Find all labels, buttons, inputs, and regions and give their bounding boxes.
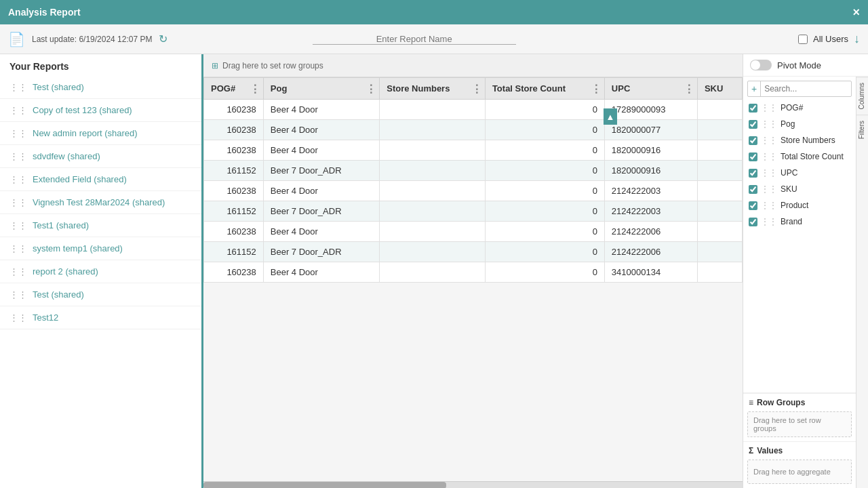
- sidebar-item[interactable]: ⋮⋮Test12: [0, 306, 201, 329]
- column-search-input[interactable]: [761, 82, 851, 96]
- column-item[interactable]: ⋮⋮ Store Numbers: [743, 132, 856, 148]
- table-cell: Beer 7 Door_ADR: [263, 242, 379, 262]
- sidebar-title: Your Reports: [0, 54, 201, 76]
- last-update-text: Last update: 6/19/2024 12:07 PM: [32, 35, 152, 44]
- all-users-checkbox[interactable]: [798, 35, 808, 44]
- table-cell: [380, 181, 486, 201]
- table-wrapper[interactable]: POG#⋮Pog⋮Store Numbers⋮Total Store Count…: [203, 77, 743, 481]
- column-item[interactable]: ⋮⋮ UPC: [743, 165, 856, 181]
- refresh-icon[interactable]: ↻: [159, 33, 167, 45]
- column-label: Pog: [781, 119, 795, 129]
- column-item[interactable]: ⋮⋮ Total Store Count: [743, 148, 856, 165]
- column-checkbox[interactable]: [749, 185, 757, 194]
- table-column-header: SKU: [697, 78, 742, 100]
- column-checkbox[interactable]: [749, 201, 757, 210]
- row-groups-icon: ⊞: [212, 61, 218, 70]
- column-label: SKU: [781, 184, 797, 194]
- values-section-icon: Σ: [749, 446, 753, 455]
- header-bar: 📄 Last update: 6/19/2024 12:07 PM ↻ All …: [0, 24, 868, 54]
- column-menu-icon[interactable]: ⋮: [250, 82, 260, 95]
- table-cell: Beer 7 Door_ADR: [263, 161, 379, 181]
- sidebar-item-label: Test1 (shared): [33, 220, 89, 230]
- table-row: 160238Beer 4 Door01820000077: [204, 120, 743, 140]
- column-menu-icon[interactable]: ⋮: [366, 82, 376, 95]
- sidebar-item[interactable]: ⋮⋮Extended Field (shared): [0, 168, 201, 191]
- tab-filters[interactable]: Filters: [856, 115, 868, 144]
- table-cell: 0: [485, 242, 604, 262]
- sidebar-item[interactable]: ⋮⋮Test1 (shared): [0, 214, 201, 237]
- table-cell: 0: [485, 201, 604, 222]
- right-panel-content: + ⋮⋮ POG# ⋮⋮ Pog ⋮⋮ Store Numbers ⋮⋮ Tot…: [743, 77, 856, 488]
- table-cell: [380, 242, 486, 262]
- sidebar-items-list: ⋮⋮Test (shared)⋮⋮Copy of test 123 (share…: [0, 76, 201, 329]
- table-cell: 2124222006: [604, 242, 697, 262]
- tab-columns[interactable]: Columns: [856, 77, 868, 115]
- sidebar-item-label: Vignesh Test 28Mar2024 (shared): [33, 197, 165, 207]
- col-drag-icon: ⋮⋮: [761, 136, 777, 145]
- sidebar-item[interactable]: ⋮⋮report 2 (shared): [0, 260, 201, 283]
- table-cell: [380, 100, 486, 120]
- sidebar-item-label: report 2 (shared): [33, 266, 98, 277]
- sidebar-item[interactable]: ⋮⋮Copy of test 123 (shared): [0, 99, 201, 122]
- table-cell: [697, 262, 742, 283]
- col-drag-icon: ⋮⋮: [761, 184, 777, 194]
- report-name-input[interactable]: [313, 34, 516, 45]
- table-row: 161152Beer 7 Door_ADR01820000916: [204, 161, 743, 181]
- horizontal-scrollbar[interactable]: [203, 481, 743, 488]
- column-item[interactable]: ⋮⋮ POG#: [743, 100, 856, 116]
- column-label: Product: [781, 201, 808, 210]
- column-checkbox[interactable]: [749, 104, 757, 113]
- col-drag-icon: ⋮⋮: [761, 152, 777, 161]
- table-column-header: POG#⋮: [204, 78, 264, 100]
- row-groups-section-label: Row Groups: [757, 398, 805, 407]
- column-menu-icon[interactable]: ⋮: [591, 82, 601, 95]
- columns-section: ⋮⋮ POG# ⋮⋮ Pog ⋮⋮ Store Numbers ⋮⋮ Total…: [743, 100, 856, 393]
- column-menu-icon[interactable]: ⋮: [684, 82, 694, 95]
- table-cell: 0: [485, 100, 604, 120]
- sidebar-item[interactable]: ⋮⋮Test (shared): [0, 283, 201, 306]
- column-menu-icon[interactable]: ⋮: [471, 82, 482, 95]
- sidebar-item[interactable]: ⋮⋮New admin report (shared): [0, 122, 201, 145]
- download-icon[interactable]: ↓: [854, 32, 860, 46]
- column-item[interactable]: ⋮⋮ SKU: [743, 181, 856, 197]
- content-area: ▲ ⊞ Drag here to set row groups POG#⋮Pog…: [203, 54, 743, 488]
- header-right: All Users ↓: [798, 32, 860, 46]
- column-checkbox[interactable]: [749, 120, 757, 129]
- table-cell: 160238: [204, 262, 264, 283]
- right-panel-inner: + ⋮⋮ POG# ⋮⋮ Pog ⋮⋮ Store Numbers ⋮⋮ Tot…: [743, 77, 868, 488]
- drag-icon: ⋮⋮: [9, 289, 27, 300]
- column-checkbox[interactable]: [749, 136, 757, 145]
- table-cell: Beer 4 Door: [263, 140, 379, 161]
- close-button[interactable]: ×: [852, 5, 860, 20]
- sidebar-item[interactable]: ⋮⋮sdvdfew (shared): [0, 145, 201, 168]
- table-cell: 161152: [204, 161, 264, 181]
- table-column-header: Total Store Count⋮: [485, 78, 604, 100]
- sidebar-item[interactable]: ⋮⋮Vignesh Test 28Mar2024 (shared): [0, 191, 201, 214]
- column-item[interactable]: ⋮⋮ Pog: [743, 116, 856, 132]
- table-cell: [697, 161, 742, 181]
- row-groups-drop-zone[interactable]: Drag here to set row groups: [747, 411, 852, 437]
- sidebar-item-label: Test12: [33, 312, 58, 323]
- values-drop-zone[interactable]: Drag here to aggregate: [747, 460, 852, 484]
- table-cell: 160238: [204, 140, 264, 161]
- table-cell: 0: [485, 262, 604, 283]
- table-row: 160238Beer 4 Door02124222006: [204, 222, 743, 242]
- column-checkbox[interactable]: [749, 152, 757, 161]
- column-checkbox[interactable]: [749, 169, 757, 178]
- values-section-label: Values: [757, 446, 783, 455]
- column-checkbox[interactable]: [749, 218, 757, 226]
- drag-icon: ⋮⋮: [9, 243, 27, 253]
- table-cell: 0: [485, 222, 604, 242]
- sidebar-item[interactable]: ⋮⋮system temp1 (shared): [0, 237, 201, 260]
- all-users-label: All Users: [813, 34, 848, 44]
- column-item[interactable]: ⋮⋮ Brand: [743, 214, 856, 230]
- column-item[interactable]: ⋮⋮ Product: [743, 197, 856, 214]
- table-cell: 3410000134: [604, 262, 697, 283]
- sidebar-item-label: Copy of test 123 (shared): [33, 105, 132, 115]
- search-plus-icon[interactable]: +: [748, 81, 761, 96]
- collapse-panel-button[interactable]: ▲: [604, 108, 617, 125]
- table-cell: [697, 222, 742, 242]
- sidebar-item[interactable]: ⋮⋮Test (shared): [0, 76, 201, 99]
- table-cell: Beer 7 Door_ADR: [263, 201, 379, 222]
- pivot-mode-toggle[interactable]: [750, 60, 772, 70]
